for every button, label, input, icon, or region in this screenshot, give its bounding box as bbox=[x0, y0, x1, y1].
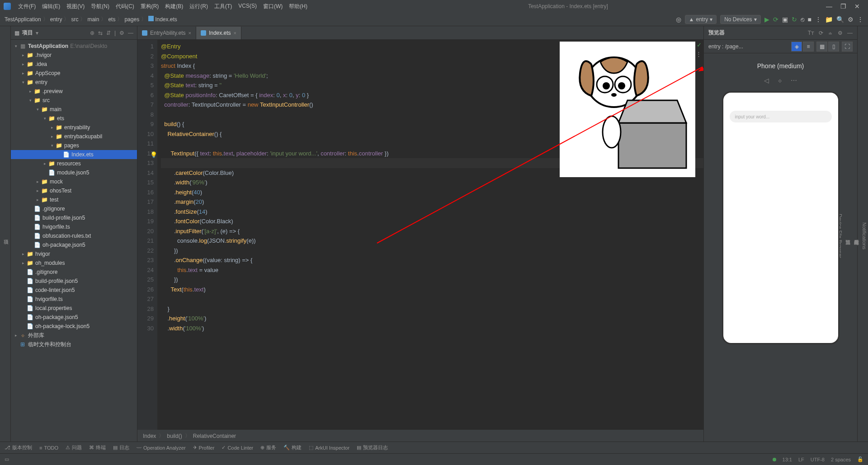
tree-row[interactable]: ▾📁ets bbox=[11, 114, 137, 123]
tree-row[interactable]: ▸📁AppScope bbox=[11, 69, 137, 78]
tree-root[interactable]: ▾▦TestApplicationE:\nana\Deskto bbox=[11, 42, 137, 51]
tree-row[interactable]: 📄local.properties bbox=[11, 304, 137, 313]
close-tab-icon[interactable]: × bbox=[188, 30, 191, 36]
editor-tab[interactable]: EntryAbility.ets× bbox=[137, 27, 196, 39]
tree-row[interactable]: ▸📁hvigor bbox=[11, 249, 137, 258]
tree-row[interactable]: 📄module.json5 bbox=[11, 168, 137, 177]
minimize-button[interactable]: — bbox=[826, 3, 832, 10]
preview-rotate-icon[interactable]: ⟐ bbox=[778, 77, 782, 84]
code-breadcrumb-item[interactable]: RelativeContainer bbox=[193, 433, 236, 439]
bottom-tool-item[interactable]: ⌘终端 bbox=[89, 444, 106, 451]
tree-row[interactable]: 📄hvigorfile.ts bbox=[11, 295, 137, 304]
folder-icon[interactable]: 📁 bbox=[825, 16, 833, 23]
tree-row[interactable]: ▸📁.hvigor bbox=[11, 51, 137, 60]
module-selector[interactable]: ▲ entry ▾ bbox=[685, 15, 717, 24]
tree-row[interactable]: ▸📁oh_modules bbox=[11, 258, 137, 268]
tree-row[interactable]: ▸📁resources bbox=[11, 159, 137, 168]
tree-row[interactable]: 📄.gitignore bbox=[11, 268, 137, 277]
text-tool-icon[interactable]: Tᴛ bbox=[808, 30, 814, 36]
editor-tab[interactable]: Index.ets× bbox=[196, 27, 241, 39]
panel-settings-icon[interactable]: ⚙ bbox=[119, 30, 124, 36]
tree-row[interactable]: ▸📁entrybackupabil bbox=[11, 132, 137, 141]
tree-row[interactable]: 📄hvigorfile.ts bbox=[11, 222, 137, 231]
tree-row[interactable]: ▸📁test bbox=[11, 195, 137, 204]
menu-item[interactable]: 文件(F) bbox=[15, 1, 38, 12]
tree-row[interactable]: 📄Index.ets bbox=[11, 150, 137, 159]
settings-icon[interactable]: ⚙ bbox=[848, 16, 854, 23]
indent-setting[interactable]: 2 spaces bbox=[831, 457, 851, 462]
tree-row[interactable]: 📄.gitignore bbox=[11, 204, 137, 213]
collapse-icon[interactable]: ⇵ bbox=[106, 30, 111, 36]
tree-row[interactable]: ▸📁.preview bbox=[11, 87, 137, 96]
run-button[interactable]: ▶ bbox=[764, 16, 769, 23]
tree-row[interactable]: ▸📁ohosTest bbox=[11, 186, 137, 195]
tree-row[interactable]: ▸⟐外部库 bbox=[11, 331, 137, 340]
maximize-button[interactable]: ❐ bbox=[840, 3, 846, 10]
select-opened-icon[interactable]: ⊕ bbox=[90, 30, 94, 36]
bottom-tool-item[interactable]: ✓Code Linter bbox=[222, 445, 253, 451]
tool-stripe-item[interactable]: Notifications bbox=[861, 30, 868, 442]
menu-item[interactable]: 帮助(H) bbox=[286, 1, 310, 12]
file-encoding[interactable]: UTF-8 bbox=[811, 457, 825, 462]
close-tab-icon[interactable]: × bbox=[234, 30, 236, 36]
view-mode-2[interactable]: ≡ bbox=[803, 42, 814, 52]
bottom-tool-item[interactable]: ⬚ArkUI Inspector bbox=[309, 445, 349, 451]
target-icon[interactable]: ◎ bbox=[676, 16, 681, 23]
bottom-tool-item[interactable]: ✈Profiler bbox=[193, 445, 215, 451]
refresh-preview-icon[interactable]: ⟳ bbox=[819, 30, 823, 36]
menu-item[interactable]: 工具(T) bbox=[212, 1, 235, 12]
attach-icon[interactable]: ⎋ bbox=[801, 16, 804, 23]
tool-stripe-item[interactable]: 结构 bbox=[0, 30, 2, 442]
preview-more-icon[interactable]: ⋯ bbox=[791, 77, 797, 84]
close-button[interactable]: ✕ bbox=[854, 3, 860, 10]
code-breadcrumb-item[interactable]: build() bbox=[167, 433, 182, 439]
bottom-tool-item[interactable]: ⚠问题 bbox=[66, 444, 82, 451]
tool-stripe-item[interactable]: 预览器 bbox=[844, 30, 852, 442]
tree-row[interactable]: 📄code-linter.json5 bbox=[11, 286, 137, 295]
menu-item[interactable]: 重构(R) bbox=[138, 1, 162, 12]
menu-item[interactable]: 构建(B) bbox=[162, 1, 186, 12]
tree-row[interactable]: 📄oh-package.json5 bbox=[11, 240, 137, 249]
line-ending[interactable]: LF bbox=[798, 457, 804, 462]
overflow-icon[interactable]: ⋮ bbox=[857, 16, 863, 23]
cursor-position[interactable]: 13:1 bbox=[783, 457, 792, 462]
more-run-icon[interactable]: ⋮ bbox=[815, 16, 821, 23]
menu-item[interactable]: 视图(V) bbox=[64, 1, 87, 12]
breadcrumb-item[interactable]: main bbox=[87, 16, 99, 23]
menu-item[interactable]: 运行(R) bbox=[187, 1, 211, 12]
restart-icon[interactable]: ↻ bbox=[792, 16, 797, 23]
layout-1[interactable]: ▦ bbox=[816, 42, 827, 52]
tool-stripe-item[interactable]: 应用与服务体检 bbox=[852, 30, 861, 442]
view-mode-1[interactable]: ◈ bbox=[791, 42, 802, 52]
menu-item[interactable]: 代码(C) bbox=[113, 1, 137, 12]
readonly-icon[interactable]: 🔓 bbox=[857, 456, 863, 462]
tree-row[interactable]: 📄oh-package-lock.json5 bbox=[11, 322, 137, 331]
status-msg-icon[interactable]: ▭ bbox=[5, 456, 9, 462]
breadcrumb-item[interactable]: src bbox=[71, 16, 78, 23]
tree-row[interactable]: 📄build-profile.json5 bbox=[11, 213, 137, 222]
preview-back-icon[interactable]: ◁ bbox=[764, 77, 769, 84]
tree-row[interactable]: 📄oh-package.json5 bbox=[11, 313, 137, 322]
bottom-tool-item[interactable]: 〰Operation Analyzer bbox=[137, 445, 186, 451]
tree-row[interactable]: ▸📁.idea bbox=[11, 60, 137, 69]
bottom-tool-item[interactable]: ⊕服务 bbox=[260, 444, 276, 451]
bottom-tool-item[interactable]: ▤预览器日志 bbox=[357, 444, 388, 451]
menu-item[interactable]: VCS(S) bbox=[236, 1, 259, 12]
tree-row[interactable]: ▸📁entryability bbox=[11, 123, 137, 132]
search-icon[interactable]: 🔍 bbox=[836, 16, 844, 23]
tree-row[interactable]: ▾📁pages bbox=[11, 141, 137, 150]
tool-stripe-item[interactable]: 项目 bbox=[2, 30, 10, 442]
breadcrumb-item[interactable]: ets bbox=[108, 16, 115, 23]
debug-run-icon[interactable]: ⟳ bbox=[773, 16, 778, 23]
breadcrumb-item[interactable]: pages bbox=[124, 16, 139, 23]
check-icon[interactable]: ✓ bbox=[697, 42, 702, 48]
code-editor[interactable]: 1234567891011121314151617181920212223242… bbox=[137, 40, 703, 430]
tree-row[interactable]: ▸📁mock bbox=[11, 177, 137, 186]
breadcrumb-item[interactable]: TestApplication bbox=[5, 16, 41, 23]
expand-icon[interactable]: ⇆ bbox=[98, 30, 103, 36]
project-tree[interactable]: ▾▦TestApplicationE:\nana\Deskto▸📁.hvigor… bbox=[11, 40, 137, 442]
menu-item[interactable]: 窗口(W) bbox=[260, 1, 285, 12]
more-icon[interactable]: ⋮ bbox=[696, 51, 702, 57]
tree-row[interactable]: 📄obfuscation-rules.txt bbox=[11, 231, 137, 240]
filter-icon[interactable]: ⫨ bbox=[828, 30, 833, 36]
